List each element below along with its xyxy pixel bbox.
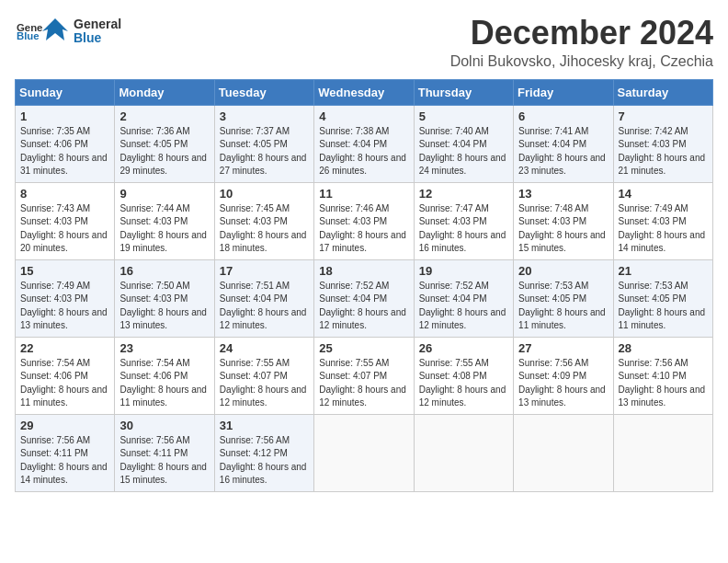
logo-bird-icon bbox=[39, 15, 72, 48]
day-detail: Sunrise: 7:54 AMSunset: 4:06 PMDaylight:… bbox=[119, 358, 207, 408]
location-subtitle: Dolni Bukovsko, Jihocesky kraj, Czechia bbox=[450, 53, 713, 70]
calendar-cell: 22Sunrise: 7:54 AMSunset: 4:06 PMDayligh… bbox=[16, 337, 115, 414]
calendar-cell: 17Sunrise: 7:51 AMSunset: 4:04 PMDayligh… bbox=[214, 259, 313, 337]
day-number: 17 bbox=[220, 264, 309, 278]
day-detail: Sunrise: 7:54 AMSunset: 4:06 PMDaylight:… bbox=[20, 358, 108, 408]
day-detail: Sunrise: 7:55 AMSunset: 4:07 PMDaylight:… bbox=[220, 358, 307, 408]
day-number: 8 bbox=[20, 187, 109, 201]
calendar-cell: 31Sunrise: 7:56 AMSunset: 4:12 PMDayligh… bbox=[214, 414, 313, 491]
day-number: 11 bbox=[319, 187, 408, 201]
day-detail: Sunrise: 7:38 AMSunset: 4:04 PMDaylight:… bbox=[319, 126, 406, 177]
day-number: 3 bbox=[220, 109, 309, 123]
day-number: 9 bbox=[119, 187, 209, 201]
day-detail: Sunrise: 7:40 AMSunset: 4:04 PMDaylight:… bbox=[419, 126, 506, 177]
day-detail: Sunrise: 7:48 AMSunset: 4:03 PMDaylight:… bbox=[518, 203, 606, 254]
day-number: 29 bbox=[20, 419, 109, 432]
day-detail: Sunrise: 7:42 AMSunset: 4:03 PMDaylight:… bbox=[619, 126, 706, 177]
calendar-cell bbox=[314, 414, 414, 491]
day-number: 21 bbox=[619, 264, 708, 278]
day-detail: Sunrise: 7:47 AMSunset: 4:03 PMDaylight:… bbox=[419, 203, 506, 254]
calendar-cell: 10Sunrise: 7:45 AMSunset: 4:03 PMDayligh… bbox=[214, 182, 313, 259]
day-number: 28 bbox=[619, 341, 708, 355]
day-number: 19 bbox=[419, 264, 508, 278]
day-detail: Sunrise: 7:55 AMSunset: 4:08 PMDaylight:… bbox=[419, 358, 506, 408]
day-detail: Sunrise: 7:52 AMSunset: 4:04 PMDaylight:… bbox=[319, 281, 406, 331]
calendar-cell: 21Sunrise: 7:53 AMSunset: 4:05 PMDayligh… bbox=[613, 259, 712, 337]
day-detail: Sunrise: 7:56 AMSunset: 4:12 PMDaylight:… bbox=[220, 435, 307, 486]
day-detail: Sunrise: 7:56 AMSunset: 4:10 PMDaylight:… bbox=[619, 358, 706, 408]
day-number: 27 bbox=[518, 341, 608, 355]
day-number: 16 bbox=[119, 264, 209, 278]
calendar-cell: 7Sunrise: 7:42 AMSunset: 4:03 PMDaylight… bbox=[613, 105, 712, 182]
day-detail: Sunrise: 7:46 AMSunset: 4:03 PMDaylight:… bbox=[319, 203, 406, 254]
calendar-cell: 4Sunrise: 7:38 AMSunset: 4:04 PMDaylight… bbox=[314, 105, 414, 182]
col-header-thursday: Thursday bbox=[414, 79, 513, 105]
calendar-cell: 13Sunrise: 7:48 AMSunset: 4:03 PMDayligh… bbox=[514, 182, 613, 259]
day-detail: Sunrise: 7:53 AMSunset: 4:05 PMDaylight:… bbox=[619, 281, 706, 331]
day-number: 12 bbox=[419, 187, 508, 201]
calendar-cell: 30Sunrise: 7:56 AMSunset: 4:11 PMDayligh… bbox=[115, 414, 214, 491]
day-number: 30 bbox=[119, 419, 209, 432]
day-number: 18 bbox=[319, 264, 408, 278]
calendar-cell: 23Sunrise: 7:54 AMSunset: 4:06 PMDayligh… bbox=[115, 337, 214, 414]
day-number: 5 bbox=[419, 109, 508, 123]
day-detail: Sunrise: 7:35 AMSunset: 4:06 PMDaylight:… bbox=[20, 126, 108, 177]
calendar-cell: 6Sunrise: 7:41 AMSunset: 4:04 PMDaylight… bbox=[514, 105, 613, 182]
month-title: December 2024 bbox=[450, 15, 713, 52]
calendar-cell bbox=[414, 414, 513, 491]
calendar-cell: 5Sunrise: 7:40 AMSunset: 4:04 PMDaylight… bbox=[414, 105, 513, 182]
day-detail: Sunrise: 7:55 AMSunset: 4:07 PMDaylight:… bbox=[319, 358, 406, 408]
day-number: 25 bbox=[319, 341, 408, 355]
day-number: 4 bbox=[319, 109, 408, 123]
day-detail: Sunrise: 7:52 AMSunset: 4:04 PMDaylight:… bbox=[419, 281, 506, 331]
day-number: 7 bbox=[619, 109, 708, 123]
logo-blue-text: Blue bbox=[74, 31, 121, 45]
calendar-cell: 11Sunrise: 7:46 AMSunset: 4:03 PMDayligh… bbox=[314, 182, 414, 259]
page-header: General Blue General Blue December 2024 … bbox=[15, 15, 713, 70]
day-number: 1 bbox=[20, 109, 109, 123]
calendar-cell: 16Sunrise: 7:50 AMSunset: 4:03 PMDayligh… bbox=[115, 259, 214, 337]
calendar-cell: 25Sunrise: 7:55 AMSunset: 4:07 PMDayligh… bbox=[314, 337, 414, 414]
day-detail: Sunrise: 7:53 AMSunset: 4:05 PMDaylight:… bbox=[518, 281, 606, 331]
day-detail: Sunrise: 7:56 AMSunset: 4:09 PMDaylight:… bbox=[518, 358, 606, 408]
calendar-cell: 9Sunrise: 7:44 AMSunset: 4:03 PMDaylight… bbox=[115, 182, 214, 259]
day-detail: Sunrise: 7:44 AMSunset: 4:03 PMDaylight:… bbox=[119, 203, 207, 254]
day-number: 26 bbox=[419, 341, 508, 355]
day-detail: Sunrise: 7:49 AMSunset: 4:03 PMDaylight:… bbox=[20, 281, 108, 331]
col-header-saturday: Saturday bbox=[613, 79, 712, 105]
col-header-monday: Monday bbox=[115, 79, 214, 105]
day-detail: Sunrise: 7:50 AMSunset: 4:03 PMDaylight:… bbox=[119, 281, 207, 331]
col-header-friday: Friday bbox=[514, 79, 613, 105]
day-number: 22 bbox=[20, 341, 109, 355]
day-number: 14 bbox=[619, 187, 708, 201]
day-number: 6 bbox=[518, 109, 608, 123]
calendar-cell bbox=[613, 414, 712, 491]
day-number: 24 bbox=[220, 341, 309, 355]
col-header-wednesday: Wednesday bbox=[314, 79, 414, 105]
day-number: 31 bbox=[220, 419, 309, 432]
calendar-cell: 28Sunrise: 7:56 AMSunset: 4:10 PMDayligh… bbox=[613, 337, 712, 414]
svg-text:Blue: Blue bbox=[17, 30, 40, 41]
day-detail: Sunrise: 7:36 AMSunset: 4:05 PMDaylight:… bbox=[119, 126, 207, 177]
calendar-cell: 3Sunrise: 7:37 AMSunset: 4:05 PMDaylight… bbox=[214, 105, 313, 182]
day-number: 15 bbox=[20, 264, 109, 278]
calendar-cell: 2Sunrise: 7:36 AMSunset: 4:05 PMDaylight… bbox=[115, 105, 214, 182]
col-header-sunday: Sunday bbox=[16, 79, 115, 105]
day-detail: Sunrise: 7:45 AMSunset: 4:03 PMDaylight:… bbox=[220, 203, 307, 254]
day-detail: Sunrise: 7:43 AMSunset: 4:03 PMDaylight:… bbox=[20, 203, 108, 254]
calendar-cell: 20Sunrise: 7:53 AMSunset: 4:05 PMDayligh… bbox=[514, 259, 613, 337]
calendar-cell: 12Sunrise: 7:47 AMSunset: 4:03 PMDayligh… bbox=[414, 182, 513, 259]
calendar-cell: 27Sunrise: 7:56 AMSunset: 4:09 PMDayligh… bbox=[514, 337, 613, 414]
logo-general-text: General bbox=[74, 17, 121, 31]
calendar-cell: 14Sunrise: 7:49 AMSunset: 4:03 PMDayligh… bbox=[613, 182, 712, 259]
calendar-cell: 18Sunrise: 7:52 AMSunset: 4:04 PMDayligh… bbox=[314, 259, 414, 337]
logo: General Blue General Blue bbox=[15, 15, 121, 48]
day-detail: Sunrise: 7:51 AMSunset: 4:04 PMDaylight:… bbox=[220, 281, 307, 331]
calendar-cell: 29Sunrise: 7:56 AMSunset: 4:11 PMDayligh… bbox=[16, 414, 115, 491]
day-detail: Sunrise: 7:56 AMSunset: 4:11 PMDaylight:… bbox=[20, 435, 108, 486]
day-number: 23 bbox=[119, 341, 209, 355]
calendar-cell: 8Sunrise: 7:43 AMSunset: 4:03 PMDaylight… bbox=[16, 182, 115, 259]
day-detail: Sunrise: 7:41 AMSunset: 4:04 PMDaylight:… bbox=[518, 126, 606, 177]
day-number: 2 bbox=[119, 109, 209, 123]
calendar-cell bbox=[514, 414, 613, 491]
